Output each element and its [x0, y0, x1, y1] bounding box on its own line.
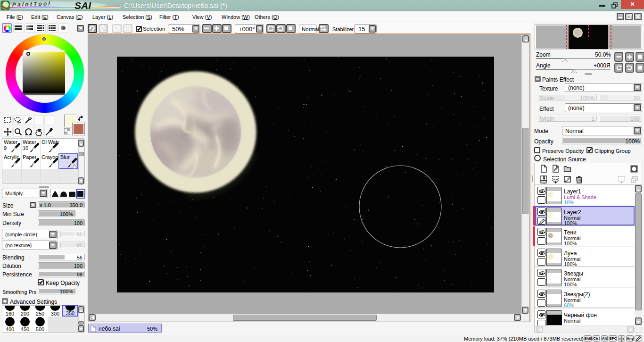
svg-text:PaintTool: PaintTool — [12, 0, 51, 8]
svg-text:SAI: SAI — [74, 0, 91, 11]
